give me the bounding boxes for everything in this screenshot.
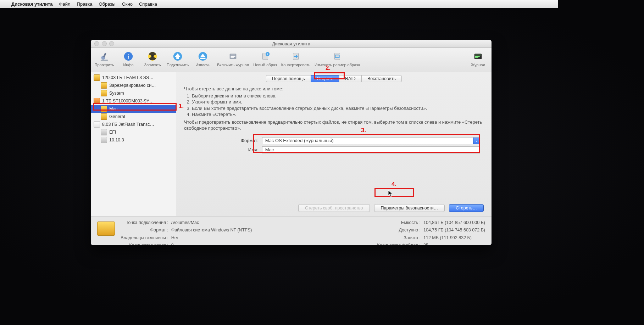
avail-key: Доступно : xyxy=(377,228,421,235)
svg-rect-11 xyxy=(231,56,235,57)
format-val: Файловая система Windows NT (NTFS) xyxy=(171,228,252,235)
journal-icon xyxy=(227,51,239,62)
capacity-val: 104,86 ГБ (104 857 600 000 Б) xyxy=(423,220,485,227)
security-options-button[interactable]: Параметры безопасности… xyxy=(374,204,445,212)
volume-icon xyxy=(101,82,107,89)
disk-icon xyxy=(94,121,100,128)
owners-key: Владельцы включены : xyxy=(121,235,168,242)
svg-text:+: + xyxy=(266,52,268,56)
sidebar-item-10-10-3[interactable]: 10.10.3 xyxy=(91,136,176,144)
sidebar-item-label: General xyxy=(109,114,125,119)
main-panel: Первая помощь Стереть RAID Восстановить … xyxy=(176,72,492,216)
sidebar-item-label: EFI xyxy=(109,130,116,135)
sidebar-item-label: System xyxy=(109,91,124,96)
svg-rect-19 xyxy=(475,55,481,55)
sidebar-item-disk-team[interactable]: 120,03 ГБ TEAM L3 SS… xyxy=(91,74,176,82)
info-left-column: Точка подключения : /Volumes/Mac Формат … xyxy=(121,220,252,245)
convert-icon xyxy=(290,51,301,62)
mountpoint-key: Точка подключения : xyxy=(121,220,168,227)
toolbar-resize-label: Изменить размер образа xyxy=(315,63,360,67)
name-input[interactable]: Mac xyxy=(262,146,480,153)
sidebar-item-disk-st1000[interactable]: 1 ТБ ST1000DM003-9Y… xyxy=(91,97,176,105)
toolbar-journal-button[interactable]: Включить журнал xyxy=(216,50,250,68)
erase-button[interactable]: Стереть… xyxy=(449,204,484,212)
menubar-item-images[interactable]: Образы xyxy=(99,1,116,7)
sidebar-item-label: 10.10.3 xyxy=(109,138,124,142)
sidebar-item-label: Mac xyxy=(109,106,118,111)
toolbar-eject-label: Извлечь xyxy=(195,63,210,67)
menubar-item-help[interactable]: Справка xyxy=(139,1,157,7)
name-label: Имя: xyxy=(241,147,259,152)
owners-val: Нет xyxy=(171,235,252,242)
microscope-icon xyxy=(99,51,110,62)
macos-menubar[interactable]: Дисковая утилита Файл Правка Образы Окно… xyxy=(0,0,558,8)
menubar-app-name[interactable]: Дисковая утилита xyxy=(11,1,53,7)
files-key: Количество файлов : xyxy=(377,243,421,245)
volume-icon xyxy=(101,129,107,135)
tab-first-aid[interactable]: Первая помощь xyxy=(266,75,311,82)
menubar-item-window[interactable]: Окно xyxy=(122,1,133,7)
radioactive-icon xyxy=(147,51,158,62)
toolbar-eject-button[interactable]: Извлечь xyxy=(191,50,214,68)
titlebar[interactable]: Дисковая утилита xyxy=(91,40,492,48)
menubar-item-edit[interactable]: Правка xyxy=(77,1,93,7)
sidebar-item-disk-jetflash[interactable]: 8,03 ГБ JetFlash Transc… xyxy=(91,121,176,128)
disk-utility-window: Дисковая утилита Проверить i Инфо За xyxy=(91,40,492,245)
format-label: Формат: xyxy=(241,138,259,143)
disk-icon xyxy=(94,74,100,81)
folders-val: 0 xyxy=(171,243,252,245)
toolbar-log-button[interactable]: Журнал xyxy=(467,50,489,68)
sidebar-item-mac[interactable]: Mac xyxy=(91,105,176,113)
tab-erase[interactable]: Стереть xyxy=(311,75,339,82)
info-icon: i xyxy=(123,51,134,62)
volume-icon xyxy=(101,106,107,112)
new-image-icon: + xyxy=(260,51,271,62)
window-title: Дисковая утилита xyxy=(91,41,492,46)
eject-icon xyxy=(197,51,209,62)
erase-free-space-button[interactable]: Стереть своб. пространство xyxy=(298,204,370,212)
sidebar[interactable]: 120,03 ГБ TEAM L3 SS… Зарезервировано си… xyxy=(91,72,176,216)
sidebar-item-label: Зарезервировано си… xyxy=(109,83,156,88)
tab-bar: Первая помощь Стереть RAID Восстановить xyxy=(184,75,484,82)
toolbar-journal-label: Включить журнал xyxy=(217,63,249,67)
mount-icon xyxy=(172,51,183,62)
toolbar-resize-button[interactable]: Изменить размер образа xyxy=(313,50,361,68)
toolbar-mount-label: Подключить xyxy=(167,63,189,67)
toolbar-mount-button[interactable]: Подключить xyxy=(165,50,190,68)
chevron-updown-icon: ⌄ xyxy=(473,138,480,144)
toolbar-log-label: Журнал xyxy=(471,63,485,67)
toolbar-verify-button[interactable]: Проверить xyxy=(93,50,116,68)
sidebar-item-label: 1 ТБ ST1000DM003-9Y… xyxy=(102,99,154,103)
toolbar-burn-button[interactable]: Записать xyxy=(141,50,164,68)
format-key: Формат : xyxy=(121,228,168,235)
volume-large-icon xyxy=(97,222,115,236)
tab-raid[interactable]: RAID xyxy=(339,75,362,82)
volume-info-panel: Точка подключения : /Volumes/Mac Формат … xyxy=(91,216,492,245)
svg-point-6 xyxy=(151,55,154,58)
info-right-column: Емкость : 104,86 ГБ (104 857 600 000 Б) … xyxy=(377,220,485,245)
volume-icon xyxy=(101,113,107,120)
volume-icon xyxy=(101,137,107,143)
sidebar-item-system[interactable]: System xyxy=(91,89,176,97)
folders-key: Количество папок : xyxy=(121,243,168,245)
log-icon xyxy=(472,51,484,62)
mountpoint-val: /Volumes/Mac xyxy=(171,220,252,227)
capacity-key: Емкость : xyxy=(377,220,421,227)
svg-rect-10 xyxy=(231,55,235,55)
format-select[interactable]: Mac OS Extended (журнальный) ⌄ xyxy=(262,137,480,144)
erase-form: Формат: Mac OS Extended (журнальный) ⌄ И… xyxy=(241,137,480,153)
toolbar-info-button[interactable]: i Инфо xyxy=(117,50,140,68)
sidebar-item-efi[interactable]: EFI xyxy=(91,128,176,136)
toolbar-newimage-label: Новый образ xyxy=(253,63,277,67)
svg-rect-12 xyxy=(231,57,234,58)
erase-button-row: Стереть своб. пространство Параметры без… xyxy=(276,204,484,212)
menubar-item-file[interactable]: Файл xyxy=(59,1,71,7)
sidebar-item-reserved[interactable]: Зарезервировано си… xyxy=(91,82,176,89)
tab-restore[interactable]: Восстановить xyxy=(361,75,402,82)
sidebar-item-general[interactable]: General xyxy=(91,113,176,121)
toolbar-convert-button[interactable]: Конвертировать xyxy=(280,50,312,68)
instructions-text: Чтобы стереть все данные на диске или то… xyxy=(184,86,484,131)
avail-val: 104,75 ГБ (104 745 603 072 Б) xyxy=(423,228,485,235)
format-select-value: Mac OS Extended (журнальный) xyxy=(265,138,334,143)
toolbar-newimage-button[interactable]: + Новый образ xyxy=(252,50,278,68)
